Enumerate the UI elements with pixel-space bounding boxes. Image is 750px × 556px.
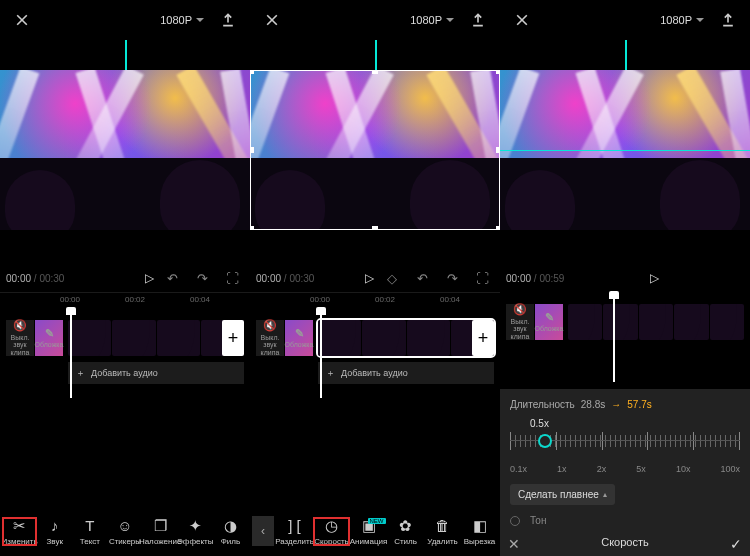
screen-clip-tools: 1080P 00:00 / 00:30 ▷ ◇ ↶ ↷ ⛶ 00:0 xyxy=(250,0,500,556)
bottom-toolbar: ‹ ] [Разделить ◷Скорость NEW ▣Анимация ✿… xyxy=(250,506,500,556)
keyframe-icon[interactable]: ◇ xyxy=(380,266,404,290)
add-clip-button[interactable]: + xyxy=(472,320,494,356)
play-icon[interactable]: ▷ xyxy=(138,271,160,285)
stickers-button[interactable]: ☺Стикеры xyxy=(107,517,142,546)
fullscreen-icon[interactable]: ⛶ xyxy=(470,266,494,290)
slider-stop-labels: 0.1x 1x 2x 5x 10x 100x xyxy=(510,464,740,474)
text-button[interactable]: TТекст xyxy=(72,517,107,546)
timecode: 00:00 / 00:30 xyxy=(256,273,314,284)
smoother-button[interactable]: Сделать плавнее xyxy=(510,484,615,505)
animation-button[interactable]: NEW ▣Анимация xyxy=(350,517,387,546)
split-button[interactable]: ] [Разделить xyxy=(276,517,313,546)
mute-clip-audio[interactable]: 🔇Выкл. звук клипа xyxy=(506,304,534,340)
cover-frame[interactable]: ✎Обложка xyxy=(535,304,563,340)
timeline-ruler[interactable]: 00:00 00:02 00:04 xyxy=(250,292,500,308)
duration-label: Длительность xyxy=(510,399,575,410)
screen-speed-panel: 1080P 00:00 / 00:59 ▷ 🔇Выкл. звук клипа xyxy=(500,0,750,556)
timecode: 00:00 / 00:30 xyxy=(6,273,64,284)
back-button[interactable]: ‹ xyxy=(252,516,274,546)
video-preview[interactable] xyxy=(500,70,750,230)
delete-button[interactable]: 🗑Удалить xyxy=(424,517,461,546)
timeline-track[interactable]: 🔇Выкл. звук клипа ✎Обложка xyxy=(500,292,750,346)
filters-button[interactable]: ◑Филь xyxy=(213,517,248,546)
close-icon[interactable] xyxy=(10,8,34,32)
cutout-button[interactable]: ◧Вырезка xyxy=(461,517,498,546)
add-audio-row[interactable]: ＋Добавить аудио xyxy=(318,362,494,384)
screen-edit-root: 1080P 00:00 / 00:30 ▷ ↶ ↷ ⛶ 00:00 00:02 … xyxy=(0,0,250,556)
resolution-chip[interactable]: 1080P xyxy=(156,12,208,28)
overlay-button[interactable]: ❐Наложение xyxy=(143,517,178,546)
cover-frame[interactable]: ✎Обложка xyxy=(35,320,63,356)
mute-clip-audio[interactable]: 🔇Выкл. звук клипа xyxy=(6,320,34,356)
selection-handles[interactable] xyxy=(250,70,500,230)
export-icon[interactable] xyxy=(466,8,490,32)
redo-icon[interactable]: ↷ xyxy=(190,266,214,290)
resolution-chip[interactable]: 1080P xyxy=(656,12,708,28)
video-preview[interactable] xyxy=(0,70,250,230)
add-clip-button[interactable]: + xyxy=(222,320,244,356)
fullscreen-icon[interactable]: ⛶ xyxy=(220,266,244,290)
close-icon[interactable] xyxy=(260,8,284,32)
style-button[interactable]: ✿Стиль xyxy=(387,517,424,546)
cover-frame[interactable]: ✎Обложка xyxy=(285,320,313,356)
guide-line xyxy=(500,150,750,151)
timecode: 00:00 / 00:59 xyxy=(506,273,564,284)
tone-radio[interactable] xyxy=(510,516,520,526)
bottom-toolbar: ✂Изменить ♪Звук TТекст ☺Стикеры ❐Наложен… xyxy=(0,506,250,556)
resolution-chip[interactable]: 1080P xyxy=(406,12,458,28)
edit-button[interactable]: ✂Изменить xyxy=(2,517,37,546)
redo-icon[interactable]: ↷ xyxy=(440,266,464,290)
confirm-icon[interactable]: ✓ xyxy=(730,536,742,552)
play-icon[interactable]: ▷ xyxy=(643,271,665,285)
video-preview[interactable] xyxy=(250,70,500,230)
mute-clip-audio[interactable]: 🔇Выкл. звук клипа xyxy=(256,320,284,356)
export-icon[interactable] xyxy=(716,8,740,32)
play-icon[interactable]: ▷ xyxy=(358,271,380,285)
speed-panel: Длительность 28.8s → 57.7s 0.5x 0.1x 1x … xyxy=(500,389,750,556)
timeline-ruler[interactable]: 00:00 00:02 00:04 xyxy=(0,292,250,308)
timeline-track[interactable]: 🔇Выкл. звук клипа ✎Обложка + ＋Добавить а… xyxy=(250,308,500,398)
close-icon[interactable] xyxy=(510,8,534,32)
cancel-icon[interactable]: ✕ xyxy=(508,536,520,552)
timeline-track[interactable]: 🔇Выкл. звук клипа ✎Обложка + ＋Добавить а… xyxy=(0,308,250,398)
slider-knob[interactable] xyxy=(538,434,552,448)
panel-title: Скорость xyxy=(510,536,740,548)
speed-slider[interactable]: 0.5x xyxy=(510,418,740,458)
export-icon[interactable] xyxy=(216,8,240,32)
undo-icon[interactable]: ↶ xyxy=(410,266,434,290)
speed-button[interactable]: ◷Скорость xyxy=(313,517,350,546)
audio-button[interactable]: ♪Звук xyxy=(37,517,72,546)
undo-icon[interactable]: ↶ xyxy=(160,266,184,290)
add-audio-row[interactable]: ＋Добавить аудио xyxy=(68,362,244,384)
effects-button[interactable]: ✦Эффекты xyxy=(178,517,213,546)
